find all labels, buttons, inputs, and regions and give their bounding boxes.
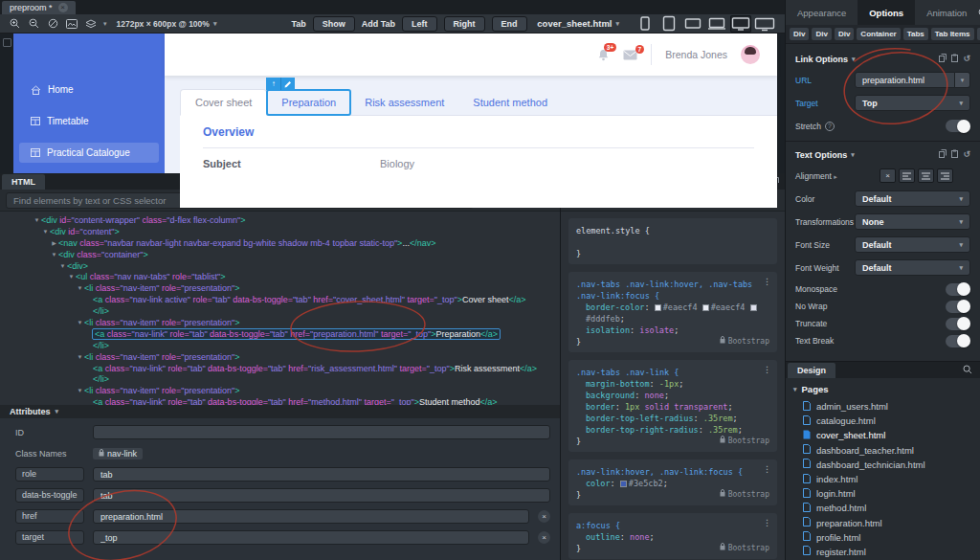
collapse-caret-icon[interactable]: ▼ xyxy=(33,217,41,223)
attribute-value-input[interactable] xyxy=(93,509,529,524)
zoom-out-icon[interactable] xyxy=(27,17,40,31)
collapse-caret-icon[interactable]: ▼ xyxy=(58,263,67,269)
text-options-header[interactable]: Text Options▾ ↺ xyxy=(795,149,970,160)
stretch-toggle[interactable] xyxy=(946,120,970,132)
page-item-dashboard_teacher-html[interactable]: dashboard_teacher.html xyxy=(793,443,972,458)
tree-node[interactable]: ▼<li class="nav-item" role="presentation… xyxy=(0,351,560,363)
expand-caret-icon[interactable]: ▶ xyxy=(50,239,58,246)
page-item-login-html[interactable]: login.html xyxy=(793,486,972,501)
align-left-button[interactable] xyxy=(899,168,915,183)
tree-node[interactable]: ▼<li class="nav-item" role="presentation… xyxy=(0,317,560,328)
panel-tab-appearance[interactable]: Appearance xyxy=(786,0,858,25)
image-tool-icon[interactable] xyxy=(65,17,78,31)
pages-group-header[interactable]: ▾Pages xyxy=(793,384,972,394)
document-tab[interactable]: preproom * × xyxy=(2,1,76,14)
paste-icon[interactable] xyxy=(951,54,958,64)
attribute-value-input[interactable] xyxy=(93,530,529,545)
site-tab-cover-sheet[interactable]: Cover sheet xyxy=(180,89,267,116)
align-center-button[interactable] xyxy=(918,168,934,183)
site-tab-preparation[interactable]: Preparation↑ xyxy=(267,90,350,115)
desktop-wide-device-icon[interactable] xyxy=(754,15,775,33)
close-tab-icon[interactable]: × xyxy=(58,3,68,12)
page-item-index-html[interactable]: index.html xyxy=(793,472,972,486)
page-item-catalogue-html[interactable]: catalogue.html xyxy=(793,414,972,428)
url-value[interactable]: preparation.html xyxy=(855,72,955,88)
tree-node[interactable]: ▼<li class="nav-item" role="presentation… xyxy=(0,385,560,396)
layers-icon[interactable] xyxy=(84,17,98,31)
laptop-device-icon[interactable] xyxy=(706,15,727,33)
remove-attribute-icon[interactable]: × xyxy=(538,510,550,523)
user-avatar[interactable] xyxy=(741,45,760,64)
html-panel-tab[interactable]: HTML xyxy=(2,174,45,190)
page-item-method-html[interactable]: method.html xyxy=(793,501,972,515)
css-rule[interactable]: ⋮.nav-tabs .nav-link {margin-bottom: -1p… xyxy=(568,360,777,452)
rule-menu-icon[interactable]: ⋮ xyxy=(763,463,771,475)
css-rule[interactable]: ⋮.nav-tabs .nav-link:hover, .nav-tabs .n… xyxy=(568,272,777,352)
attribute-value-input[interactable] xyxy=(93,425,550,439)
tree-node[interactable]: ▶<nav class="navbar navbar-light navbar-… xyxy=(0,237,560,249)
tree-node[interactable]: </li> xyxy=(0,340,560,351)
attribute-value-input[interactable] xyxy=(93,488,550,503)
url-dropdown-icon[interactable]: ▾ xyxy=(955,72,970,88)
panel-tab-animation[interactable]: Animation xyxy=(915,0,978,25)
tablet-device-icon[interactable] xyxy=(658,15,679,33)
tree-node[interactable]: ▼<div class="container"> xyxy=(0,249,560,260)
add-tab-left-button[interactable]: Left xyxy=(402,16,437,32)
tree-node[interactable]: </li> xyxy=(0,305,560,317)
tree-node[interactable]: <a class="nav-link" role="tab" data-bs-t… xyxy=(0,396,560,405)
breadcrumb-tabs[interactable]: Tabs xyxy=(903,28,928,40)
css-rule[interactable]: element.style { } xyxy=(568,218,777,264)
monospace-toggle[interactable] xyxy=(946,283,970,296)
transformations-select[interactable]: None▾ xyxy=(855,213,970,230)
phone-device-icon[interactable] xyxy=(635,15,656,33)
tree-node[interactable]: ▼<div id="content-wrapper" class="d-flex… xyxy=(0,214,560,226)
viewport-dimensions[interactable]: 1272px × 600px @ 100%▾ xyxy=(117,19,217,29)
text-break-toggle[interactable] xyxy=(946,335,970,347)
breadcrumb-tab[interactable]: Tab xyxy=(977,28,980,40)
breadcrumb-div[interactable]: Div xyxy=(835,28,854,40)
screen-small-device-icon[interactable] xyxy=(682,15,703,33)
panel-tab-options[interactable]: Options xyxy=(858,0,915,25)
paste-icon[interactable] xyxy=(951,149,958,160)
disable-overlay-icon[interactable] xyxy=(46,17,59,31)
collapse-caret-icon[interactable]: ▼ xyxy=(76,388,84,393)
add-tab-right-button[interactable]: Right xyxy=(444,16,485,32)
show-button[interactable]: Show xyxy=(313,16,355,32)
copy-icon[interactable] xyxy=(939,54,947,64)
tree-node[interactable]: </li> xyxy=(0,373,560,385)
collapse-caret-icon[interactable]: ▼ xyxy=(76,320,84,325)
link-options-header[interactable]: Link Options▾ ↺ xyxy=(795,54,970,64)
page-item-profile-html[interactable]: profile.html xyxy=(793,530,972,545)
truncate-toggle[interactable] xyxy=(946,318,970,330)
tree-node[interactable]: <a class="nav-link" role="tab" data-bs-t… xyxy=(0,328,560,340)
breadcrumb-div[interactable]: Div xyxy=(812,28,831,40)
sidebar-item-timetable[interactable]: Timetable xyxy=(19,111,159,131)
messages-envelope-icon[interactable]: 7 xyxy=(623,50,637,60)
page-item-register-html[interactable]: register.html xyxy=(793,545,972,559)
attribute-name[interactable]: data-bs-toggle xyxy=(15,488,84,503)
site-tab-risk-assessment[interactable]: Risk assessment xyxy=(350,90,458,115)
design-panel-tab[interactable]: Design xyxy=(788,363,835,378)
tree-node[interactable]: <a class="nav-link" role="tab" data-bs-t… xyxy=(0,363,560,374)
add-tab-end-button[interactable]: End xyxy=(492,16,527,32)
sidebar-item-home[interactable]: Home xyxy=(19,79,159,100)
color-select[interactable]: Default▾ xyxy=(855,190,970,207)
sidebar-item-practical-catalogue[interactable]: Practical Catalogue xyxy=(19,143,159,163)
alignment-clear-button[interactable]: × xyxy=(880,168,896,183)
align-right-button[interactable] xyxy=(937,168,953,183)
class-chip[interactable]: nav-link xyxy=(93,448,143,459)
tree-node[interactable]: ▼<div id="content"> xyxy=(0,226,560,237)
no-wrap-toggle[interactable] xyxy=(946,301,970,313)
page-item-admin_users-html[interactable]: admin_users.html xyxy=(793,399,972,414)
font-weight-select[interactable]: Default▾ xyxy=(855,259,970,276)
target-select[interactable]: Top ▾ xyxy=(855,95,970,111)
tree-node[interactable]: ▼<div> xyxy=(0,260,560,272)
help-icon[interactable]: ? xyxy=(825,122,835,131)
collapse-caret-icon[interactable]: ▼ xyxy=(76,354,84,360)
alerts-bell-icon[interactable]: 3+ xyxy=(597,48,610,61)
rule-menu-icon[interactable]: ⋮ xyxy=(763,364,771,375)
url-field[interactable]: preparation.html ▾ xyxy=(855,72,970,88)
breadcrumb-div[interactable]: Div xyxy=(790,28,809,40)
collapse-caret-icon[interactable]: ▼ xyxy=(50,252,58,258)
attribute-name[interactable]: role xyxy=(15,467,84,482)
